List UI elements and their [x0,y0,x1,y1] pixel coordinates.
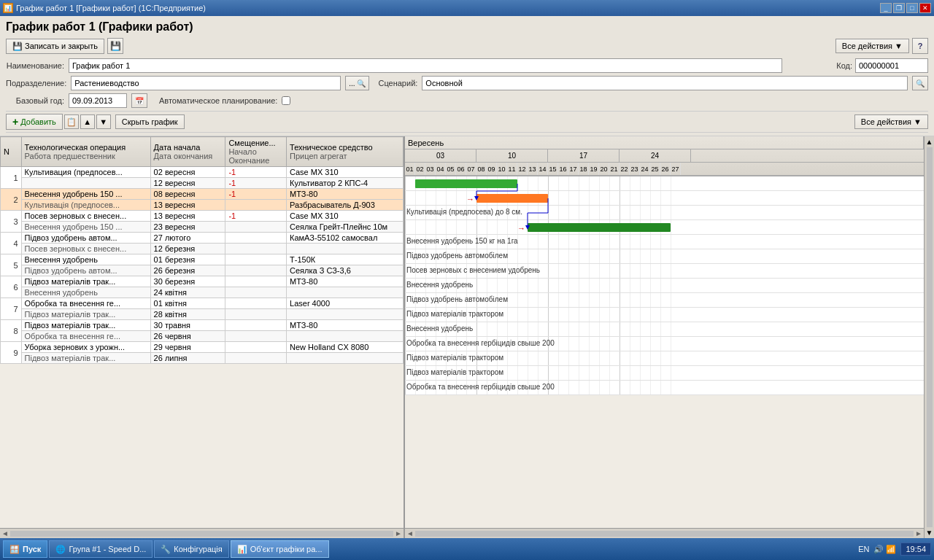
grid-line [538,279,539,292]
grid-line [487,351,487,365]
scroll-down-btn[interactable]: ▼ [926,529,933,537]
code-input[interactable] [855,58,928,73]
grid-line [609,264,610,278]
name-input[interactable] [69,58,782,73]
all-actions-2-button[interactable]: Все действия ▼ [854,114,928,129]
cell-shift2 [225,265,287,276]
grid-line [620,337,620,351]
down-btn[interactable]: ▼ [96,114,111,129]
auto-plan-checkbox[interactable] [282,96,290,105]
scenario-input[interactable] [422,76,908,90]
gantt-day-label: 10 [497,163,507,175]
scroll-up-btn[interactable]: ▲ [926,138,933,146]
table-row[interactable]: 7 Обробка та внесення ге... 01 квітня La… [1,298,404,309]
all-actions-button[interactable]: Все действия ▼ [835,39,909,53]
grid-line [487,264,487,278]
cell-tech2: Сеялка Грейт-Плейнс 10м [287,222,404,233]
maximize2-btn[interactable]: □ [906,3,918,13]
table-row[interactable]: 6 Підвоз матеріалів трак... 30 березня М… [1,276,404,287]
grid-line [456,308,457,322]
gantt-bar[interactable] [415,179,517,188]
grid-line [640,206,641,219]
col-n: N [1,137,22,167]
cell-op: Підвоз матеріалів трак... [21,320,150,331]
hide-chart-button[interactable]: Скрыть график [115,114,185,129]
grid-line [487,206,487,219]
base-year-input[interactable] [69,93,127,108]
grid-line [650,191,651,205]
division-input[interactable] [71,76,341,90]
cell-date2: 24 квітня [150,287,225,298]
cell-shift1 [225,254,287,265]
cell-shift1: -1 [225,167,287,178]
h-scroll-right[interactable]: ◄ ► [405,528,924,538]
grid-line [476,337,477,351]
grid-line [538,264,539,278]
table-row[interactable]: 5 Внесення удобрень 01 березня Т-150К [1,254,404,265]
save-button[interactable]: 💾 [107,38,123,54]
table-row-sub[interactable]: Підвоз матеріалів трак... 28 квітня [1,309,404,320]
cell-shift1 [225,233,287,244]
h-scroll-left[interactable]: ◄ ► [0,528,404,538]
grid-line [466,264,467,278]
cell-tech2: Сеялка З СЗ-3,6 [287,265,404,276]
table-row-sub[interactable]: Підвоз матеріалів трак... 26 липня [1,353,404,364]
gantt-body[interactable]: →Культивація (предпосева) до 8 см.→Внесе… [405,176,924,528]
grid-line [507,235,508,249]
gantt-day-label: 01 [405,163,415,175]
gantt-row: Внесення удобрень [405,322,924,337]
table-row[interactable]: 8 Підвоз матеріалів трак... 30 травня МТ… [1,320,404,331]
grid-line [640,322,641,336]
table-row-sub[interactable]: Внесення удобрень 24 квітня [1,287,404,298]
grid-line [630,249,630,263]
v-scrollbar[interactable]: ▲ ▼ [924,136,934,538]
table-row[interactable]: 9 Уборка зернових з урожн... 29 червня N… [1,342,404,353]
scenario-select-btn[interactable]: 🔍 [912,76,928,90]
copy-btn[interactable]: 📋 [64,114,79,129]
grid-line [466,220,467,234]
save-close-button[interactable]: 💾 Записать и закрыть [6,39,104,54]
grid-line [538,308,539,322]
grid-line [528,381,528,394]
grid-line [671,249,671,263]
grid-line [507,249,508,263]
close-btn[interactable]: ✕ [919,3,931,13]
grid-line [660,293,661,307]
grid-line [568,249,569,263]
table-row[interactable]: 3 Посев зерновых с внесен... 13 вересня … [1,211,404,222]
main-window: График работ 1 (Графики работ) 💾 Записат… [0,16,934,538]
help-button[interactable]: ? [912,38,928,54]
grid-line [620,322,620,336]
gantt-bar[interactable] [476,194,548,203]
add-button[interactable]: + Добавить [6,114,63,130]
table-row-sub[interactable]: Культивація (предпосев... 13 вересня Раз… [1,200,404,211]
table-row-sub[interactable]: Внесення удобрень 150 ... 23 вересня Сея… [1,222,404,233]
grid-line [466,293,467,307]
gantt-bar[interactable] [528,223,671,232]
restore-btn[interactable]: ❐ [893,3,905,13]
up-btn[interactable]: ▲ [80,114,95,129]
data-table[interactable]: N Технологическая операция Работа предше… [0,136,404,528]
table-row-sub[interactable]: Обробка та внесення ге... 26 червня [1,331,404,342]
title-bar-controls: _ ❐ □ ✕ [880,3,931,13]
table-row-sub[interactable]: Посев зерновых с внесен... 12 березня [1,244,404,254]
table-row[interactable]: 2 Внесення удобрень 150 ... 08 вересня -… [1,189,404,200]
table-row[interactable]: 1 Культивация (предпосев... 02 вересня -… [1,167,404,178]
grid-line [579,191,579,205]
gantt-month: Вересень [405,136,924,149]
table-row-sub[interactable]: 12 вересня -1 Культиватор 2 КПС-4 [1,178,404,189]
grid-line [671,206,671,219]
grid-line [415,322,416,336]
table-row[interactable]: 4 Підвоз удобрень автом... 27 лютого Кам… [1,233,404,244]
grid-line [650,206,651,219]
cell-op: Уборка зернових з урожн... [21,342,150,353]
calendar-btn[interactable]: 📅 [131,93,147,108]
minimize-btn[interactable]: _ [880,3,892,13]
grid-line [446,235,447,249]
table-row-sub[interactable]: Підвоз удобрень автом... 26 березня Сеял… [1,265,404,276]
cell-shift2 [225,331,287,342]
grid-line [640,381,641,394]
division-select-btn[interactable]: ... 🔍 [345,76,369,90]
form-name-row: Наименование: Код: [6,58,928,73]
grid-line [558,191,559,205]
